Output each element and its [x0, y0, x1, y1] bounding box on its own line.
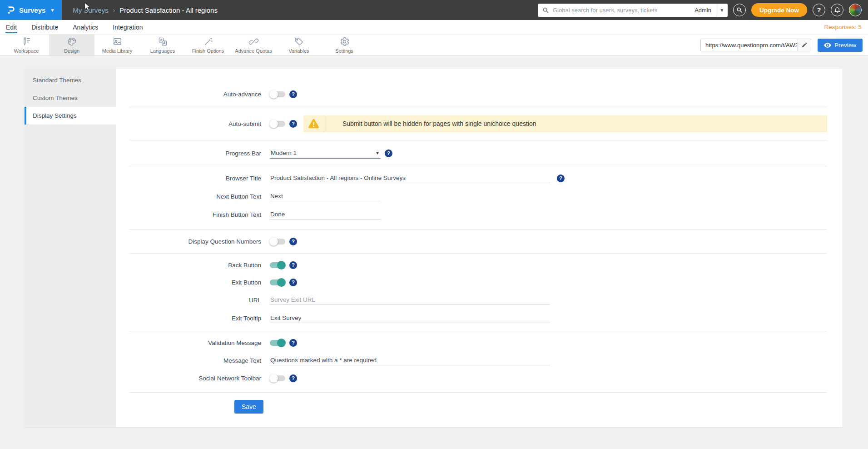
divider: [129, 253, 827, 254]
help-icon[interactable]: ?: [289, 261, 297, 269]
search-icon: [542, 7, 549, 14]
exit-url-row: URL: [116, 291, 827, 309]
help-icon[interactable]: ?: [289, 120, 297, 128]
auto-submit-warning: Submit button will be hidden for pages w…: [303, 115, 827, 132]
top-bar: Surveys ▼ My Surveys › Product Satisfact…: [0, 0, 868, 20]
product-name: Surveys: [19, 6, 45, 14]
toolbar-item-finish-options[interactable]: Finish Options: [185, 35, 231, 55]
toolbar-item-label: Workspace: [14, 48, 39, 54]
tab-analytics[interactable]: Analytics: [72, 21, 99, 33]
toolbar-item-workspace[interactable]: Workspace: [4, 35, 49, 55]
help-icon[interactable]: ?: [289, 90, 297, 98]
auto-submit-row: Auto-submit ? Submit button will be hidd…: [116, 111, 827, 136]
exit-tooltip-input[interactable]: [270, 313, 550, 323]
global-search-box[interactable]: Admin: [538, 4, 716, 17]
exit-button-toggle[interactable]: [270, 279, 285, 285]
save-button[interactable]: Save: [234, 400, 263, 414]
edit-url-button[interactable]: [797, 39, 811, 51]
page-content: Standard Themes Custom Themes Display Se…: [0, 56, 868, 427]
help-icon[interactable]: ?: [289, 238, 297, 245]
chevron-down-icon: ▼: [375, 150, 380, 155]
message-text-input[interactable]: [270, 355, 550, 365]
advance-quotas-icon: [248, 36, 259, 47]
help-icon[interactable]: ?: [289, 279, 297, 286]
variables-icon: [294, 36, 304, 47]
survey-url[interactable]: https://www.questionpro.com/t/AW22ZiOP: [701, 42, 797, 49]
next-button-text-input[interactable]: [270, 191, 381, 201]
display-question-numbers-row: Display Question Numbers ?: [116, 232, 827, 250]
warning-icon: [308, 119, 319, 129]
product-switcher[interactable]: Surveys ▼: [0, 0, 62, 20]
exit-url-input[interactable]: [270, 295, 550, 305]
toolbar-item-advance-quotas[interactable]: Advance Quotas: [231, 35, 276, 55]
social-network-toolbar-toggle[interactable]: [270, 375, 285, 381]
progress-bar-select[interactable]: Modern 1 ▼: [270, 148, 381, 159]
help-icon[interactable]: ?: [289, 374, 297, 382]
media-library-icon: [112, 36, 123, 47]
design-settings-card: Standard Themes Custom Themes Display Se…: [25, 69, 843, 427]
global-search: Admin ▼: [538, 4, 728, 17]
question-mark-icon: ?: [817, 6, 821, 14]
help-icon[interactable]: ?: [385, 150, 392, 157]
toolbar-item-languages[interactable]: Languages: [140, 35, 185, 55]
design-sidebar: Standard Themes Custom Themes Display Se…: [25, 69, 116, 427]
divider: [129, 229, 827, 229]
back-button-toggle[interactable]: [270, 262, 285, 268]
chevron-down-icon: ▼: [50, 8, 55, 13]
exit-url-label: URL: [116, 297, 261, 304]
preview-button[interactable]: Preview: [818, 39, 863, 52]
browser-title-row: Browser Title ?: [116, 169, 827, 187]
search-submit-button[interactable]: [733, 4, 746, 16]
workspace-icon: [21, 36, 32, 47]
auto-submit-label: Auto-submit: [116, 120, 261, 127]
exit-button-row: Exit Button ?: [116, 274, 827, 291]
help-button[interactable]: ?: [813, 4, 825, 16]
progress-bar-row: Progress Bar Modern 1 ▼ ?: [116, 144, 827, 162]
design-icon: [67, 36, 77, 47]
responses-count[interactable]: Responses: 5: [824, 24, 868, 30]
notifications-button[interactable]: [831, 4, 843, 16]
validation-message-toggle[interactable]: [270, 340, 285, 346]
display-question-numbers-toggle[interactable]: [270, 239, 285, 244]
divider: [129, 140, 827, 140]
tab-edit[interactable]: Edit: [5, 21, 17, 33]
search-scope-label: Admin: [694, 7, 711, 14]
pencil-icon: [801, 42, 807, 48]
toolbar-item-label: Languages: [150, 48, 175, 54]
browser-title-input[interactable]: [270, 173, 550, 183]
auto-advance-toggle[interactable]: [270, 91, 285, 97]
auto-advance-label: Auto-advance: [116, 91, 261, 98]
back-button-label: Back Button: [116, 262, 261, 269]
back-button-row: Back Button ?: [116, 256, 827, 274]
global-search-input[interactable]: [553, 7, 691, 14]
sidebar-item-custom-themes[interactable]: Custom Themes: [25, 89, 116, 107]
display-settings-form: Auto-advance ? Auto-submit ? Submit butt…: [116, 69, 843, 427]
user-avatar[interactable]: [849, 4, 862, 16]
tab-integration[interactable]: Integration: [112, 21, 143, 33]
next-button-text-label: Next Button Text: [116, 193, 261, 200]
exit-button-label: Exit Button: [116, 279, 261, 286]
edit-toolbar: Workspace Design Media Library Languages…: [0, 34, 868, 56]
toolbar-item-design[interactable]: Design: [49, 35, 94, 55]
bell-icon: [834, 7, 841, 14]
finish-button-text-input[interactable]: [270, 210, 381, 220]
toolbar-item-settings[interactable]: Settings: [322, 35, 367, 55]
toolbar-item-media-library[interactable]: Media Library: [94, 35, 140, 55]
message-text-row: Message Text: [116, 351, 827, 369]
toolbar-item-variables[interactable]: Variables: [276, 35, 322, 55]
tab-distribute[interactable]: Distribute: [31, 21, 59, 33]
auto-submit-toggle[interactable]: [270, 121, 285, 127]
search-scope-dropdown[interactable]: ▼: [716, 4, 728, 17]
browser-title-label: Browser Title: [116, 175, 261, 182]
chevron-down-icon: ▼: [720, 8, 724, 13]
breadcrumb-my-surveys[interactable]: My Surveys: [73, 6, 108, 14]
sidebar-item-standard-themes[interactable]: Standard Themes: [25, 71, 116, 89]
sidebar-item-display-settings[interactable]: Display Settings: [25, 107, 116, 125]
topbar-actions: Admin ▼ Upgrade Now ?: [538, 3, 868, 17]
survey-nav-tabs: Edit Distribute Analytics Integration Re…: [0, 20, 868, 34]
upgrade-now-button[interactable]: Upgrade Now: [751, 3, 807, 17]
finish-options-icon: [203, 36, 213, 47]
toolbar-item-label: Advance Quotas: [235, 48, 272, 54]
help-icon[interactable]: ?: [557, 175, 565, 182]
help-icon[interactable]: ?: [289, 339, 297, 347]
